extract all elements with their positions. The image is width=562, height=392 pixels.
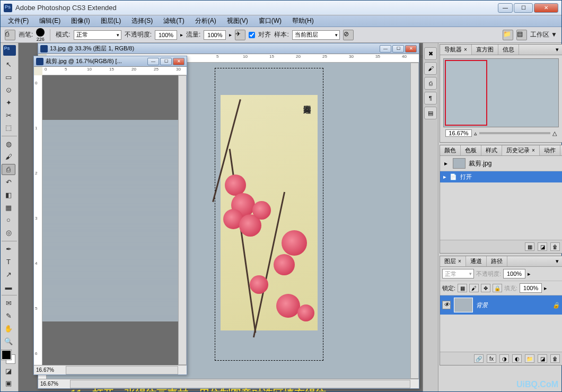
heal-tool[interactable]: ◍ [2,138,15,150]
brushes-icon[interactable]: 🖌 [424,62,437,75]
navigator-zoom-slider[interactable] [479,132,550,134]
tab-channels[interactable]: 通道 [466,256,487,266]
history-item-open[interactable]: ▸ 📄 打开 [440,171,562,182]
marquee-tool[interactable]: ▭ [2,72,15,83]
layer-row-background[interactable]: 👁 背景 🔒 [440,295,562,315]
notes-tool[interactable]: ✉ [2,298,15,309]
history-brush-source-icon[interactable]: ▸ [442,160,450,167]
arrange-icon[interactable]: ▤ [516,30,527,40]
eyedropper-tool[interactable]: ✎ [2,310,15,322]
stamp-tool[interactable]: ⎙ [2,164,15,176]
visibility-eye-icon[interactable]: 👁 [442,301,451,309]
foreground-color[interactable] [2,350,11,360]
brush-preview-icon[interactable] [36,28,45,37]
link-layers-icon[interactable]: 🔗 [474,354,484,363]
lock-all-icon[interactable]: 🔒 [493,284,502,292]
menu-view[interactable]: 视图(V) [222,15,253,27]
doc2-hscrollbar[interactable] [66,366,178,374]
doc2-titlebar[interactable]: 裁剪.jpg @ 16.7%(RGB/8) [... — ☐ ✕ [34,56,187,67]
tab-actions[interactable]: 动作 [540,145,560,155]
doc1-vscrollbar[interactable] [410,63,419,379]
mask-icon[interactable]: ◑ [499,354,509,363]
opacity-input[interactable] [155,30,177,40]
hand-tool[interactable]: ✋ [2,323,15,335]
new-layer-icon[interactable]: ◪ [538,354,547,363]
tab-styles[interactable]: 样式 [481,145,502,155]
blend-mode-select[interactable]: 正常 [442,269,474,278]
menu-layer[interactable]: 图层(L) [95,15,127,27]
tab-histogram[interactable]: 直方图 [472,45,498,55]
character-icon[interactable]: ¶ [424,92,437,104]
layer-opacity-input[interactable] [503,269,525,278]
dodge-tool[interactable]: ◎ [2,227,15,239]
doc2-close-button[interactable]: ✕ [173,58,185,65]
adjustment-icon[interactable]: ◐ [512,354,522,363]
tab-navigator[interactable]: 导航器× [440,45,472,55]
maximize-button[interactable]: ☐ [514,3,533,13]
color-swatch[interactable] [2,350,15,364]
tab-paths[interactable]: 路径 [487,256,507,266]
tools-presets-icon[interactable]: ✖ [424,47,437,60]
gradient-tool[interactable]: ▦ [2,202,15,213]
shape-tool[interactable]: ▬ [2,281,15,293]
sample-select[interactable]: 当前图层 [292,30,340,40]
history-brush-tool[interactable]: ↶ [2,176,15,188]
wand-tool[interactable]: ✦ [2,97,15,108]
doc2-canvas[interactable] [42,75,178,365]
align-checkbox[interactable] [249,32,255,38]
ignore-adj-icon[interactable]: ⊘ [343,30,354,40]
navigator-preview[interactable] [443,58,559,127]
minimize-button[interactable]: — [498,3,513,13]
close-button[interactable]: ✕ [534,3,558,13]
document-window-2[interactable]: 裁剪.jpg @ 16.7%(RGB/8) [... — ☐ ✕ 0 5 10 … [33,56,187,375]
clone-source-icon[interactable]: ⎙ [424,77,437,90]
brush-tool[interactable]: 🖌 [2,151,15,163]
panel-menu-icon[interactable]: ▾ [552,258,562,265]
tab-color[interactable]: 颜色 [440,145,461,155]
layer-thumbnail[interactable] [454,298,473,312]
quickmask-icon[interactable]: ◪ [2,365,15,377]
menu-edit[interactable]: 编辑(E) [34,15,66,27]
doc2-max-button[interactable]: ☐ [160,58,172,65]
zoom-tool[interactable]: 🔍 [2,336,15,347]
tab-info[interactable]: 信息 [498,45,519,55]
tab-layers[interactable]: 图层× [440,256,466,266]
slice-tool[interactable]: ⬚ [2,122,15,134]
doc2-vscrollbar[interactable] [178,75,187,365]
path-tool[interactable]: ↗ [2,268,15,280]
lock-transparent-icon[interactable]: ▦ [458,284,467,292]
doc1-min-button[interactable]: — [380,45,391,53]
flow-input[interactable] [204,30,226,40]
menu-analysis[interactable]: 分析(A) [190,15,222,27]
delete-layer-icon[interactable]: 🗑 [550,354,560,363]
doc2-min-button[interactable]: — [147,58,159,65]
type-tool[interactable]: T [2,256,15,268]
doc1-max-button[interactable]: ☐ [392,45,404,53]
lock-pixels-icon[interactable]: 🖌 [469,284,479,292]
bridge-icon[interactable]: 📁 [503,30,513,40]
doc1-zoom[interactable]: 16.67% [40,381,58,387]
doc2-zoom[interactable]: 16.67% [36,367,54,373]
fx-icon[interactable]: fx [487,354,496,363]
airbrush-icon[interactable]: ✈ [235,30,245,40]
lock-position-icon[interactable]: ✥ [481,284,490,292]
menu-window[interactable]: 窗口(W) [253,15,287,27]
tab-swatches[interactable]: 色板 [461,145,481,155]
pen-tool[interactable]: ✒ [2,243,15,255]
menu-help[interactable]: 帮助(H) [287,15,319,27]
mode-select[interactable]: 正常 [74,30,121,40]
move-tool[interactable]: ↖ [2,59,15,71]
screenmode-icon[interactable]: ▣ [2,378,15,389]
menu-filter[interactable]: 滤镜(T) [158,15,189,27]
eraser-tool[interactable]: ◧ [2,189,15,201]
tool-preset-icon[interactable]: ⎙ [5,30,15,40]
fill-input[interactable] [520,283,542,293]
blur-tool[interactable]: ○ [2,214,15,226]
lasso-tool[interactable]: ⊙ [2,84,15,96]
delete-state-icon[interactable]: 🗑 [550,242,560,251]
doc1-titlebar[interactable]: 13.jpg @ 33.3% (图层 1, RGB/8) — ☐ ✕ [38,43,419,54]
new-doc-from-state-icon[interactable]: ▦ [525,242,534,251]
navigator-zoom-value[interactable]: 16.67% [445,129,472,137]
menu-file[interactable]: 文件(F) [3,15,34,27]
menu-image[interactable]: 图像(I) [66,15,95,27]
